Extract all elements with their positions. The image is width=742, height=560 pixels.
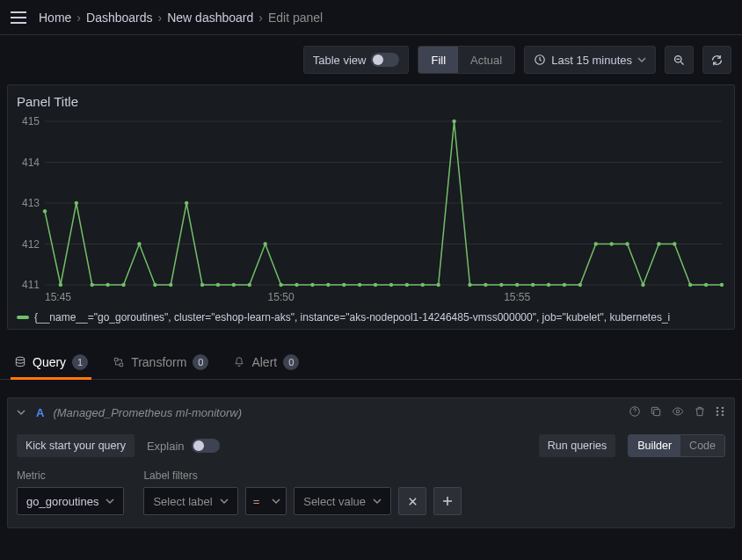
svg-point-53 xyxy=(641,283,644,287)
crumb-edit-panel: Edit panel xyxy=(268,11,323,25)
legend-color-swatch xyxy=(17,316,29,319)
svg-point-58 xyxy=(720,283,724,287)
svg-point-59 xyxy=(16,357,24,360)
tab-alert-count: 0 xyxy=(283,354,299,370)
label-filters-label: Label filters xyxy=(143,469,462,482)
svg-point-15 xyxy=(43,209,47,213)
table-view-label: Table view xyxy=(313,54,367,67)
help-icon xyxy=(629,405,641,418)
svg-point-28 xyxy=(248,283,251,287)
legend-label[interactable]: {__name__="go_goroutines", cluster="esho… xyxy=(34,311,670,324)
collapse-query-toggle[interactable] xyxy=(17,406,25,419)
explain-toggle[interactable] xyxy=(192,439,220,453)
crumb-dashboards[interactable]: Dashboards xyxy=(86,11,153,25)
clock-icon xyxy=(534,54,546,66)
svg-point-43 xyxy=(484,283,487,287)
svg-text:413: 413 xyxy=(22,197,40,209)
svg-point-67 xyxy=(717,414,719,417)
metric-value: go_goroutines xyxy=(26,495,98,508)
svg-point-18 xyxy=(91,283,94,287)
crumb-new-dashboard[interactable]: New dashboard xyxy=(167,11,253,25)
svg-point-56 xyxy=(688,283,692,287)
chevron-down-icon xyxy=(266,495,286,508)
breadcrumb: Home › Dashboards › New dashboard › Edit… xyxy=(39,11,323,25)
svg-point-27 xyxy=(232,283,236,287)
chevron-down-icon xyxy=(637,55,646,64)
kick-start-query-button[interactable]: Kick start your query xyxy=(17,434,135,457)
svg-point-35 xyxy=(358,283,361,287)
run-queries-button[interactable]: Run queries xyxy=(539,434,615,457)
fill-option[interactable]: Fill xyxy=(418,47,458,73)
svg-point-50 xyxy=(594,242,598,245)
legend: {__name__="go_goroutines", cluster="esho… xyxy=(17,311,725,324)
svg-text:412: 412 xyxy=(22,238,40,251)
eye-icon xyxy=(671,405,685,418)
label-name-select[interactable]: Select label xyxy=(143,487,237,515)
menu-toggle[interactable] xyxy=(11,11,26,24)
svg-point-26 xyxy=(216,283,220,287)
label-value-select[interactable]: Select value xyxy=(294,487,391,515)
database-icon xyxy=(14,356,26,368)
svg-point-23 xyxy=(169,283,172,287)
close-icon xyxy=(408,497,418,506)
metric-select[interactable]: go_goroutines xyxy=(17,487,124,515)
line-chart[interactable]: 41141241341441515:4515:5015:55 xyxy=(17,114,727,308)
zoom-out-button[interactable] xyxy=(665,46,694,74)
tab-query-label: Query xyxy=(33,355,66,369)
bell-icon xyxy=(233,356,245,368)
svg-point-34 xyxy=(342,283,346,287)
query-tabs: Query 1 Transform 0 Alert 0 xyxy=(0,340,742,380)
svg-rect-61 xyxy=(654,410,660,416)
trash-icon xyxy=(694,405,706,418)
svg-point-48 xyxy=(563,283,566,287)
tab-alert[interactable]: Alert 0 xyxy=(229,347,302,379)
toggle-query-visibility[interactable] xyxy=(671,405,685,420)
panel-title: Panel Title xyxy=(17,94,725,109)
svg-point-24 xyxy=(185,201,188,205)
tab-query[interactable]: Query 1 xyxy=(11,347,91,379)
svg-point-47 xyxy=(547,283,550,287)
label-value-placeholder: Select value xyxy=(303,495,366,508)
crumb-home[interactable]: Home xyxy=(39,11,71,25)
refresh-button[interactable] xyxy=(702,46,731,74)
plus-icon xyxy=(442,496,453,506)
duplicate-query-button[interactable] xyxy=(650,405,662,420)
explain-label: Explain xyxy=(147,440,185,453)
chevron-down-icon xyxy=(373,497,382,505)
code-mode[interactable]: Code xyxy=(680,435,724,456)
chevron-down-icon xyxy=(17,408,25,417)
tab-transform-label: Transform xyxy=(131,355,186,369)
time-range-label: Last 15 minutes xyxy=(551,54,632,67)
query-ref-id[interactable]: A xyxy=(36,406,44,419)
svg-point-29 xyxy=(263,242,266,245)
chevron-down-icon xyxy=(105,497,114,505)
tab-transform[interactable]: Transform 0 xyxy=(109,347,212,379)
time-range-picker[interactable]: Last 15 minutes xyxy=(524,46,656,74)
svg-point-36 xyxy=(374,283,377,287)
datasource-name[interactable]: (Managed_Prometheus ml-monitorw) xyxy=(53,406,242,419)
svg-point-57 xyxy=(704,283,708,287)
svg-point-33 xyxy=(326,283,330,287)
query-help-button[interactable] xyxy=(629,405,641,420)
svg-point-55 xyxy=(673,242,676,245)
chevron-right-icon: › xyxy=(258,11,263,25)
label-name-placeholder: Select label xyxy=(153,495,212,508)
actual-option[interactable]: Actual xyxy=(458,47,514,73)
tab-alert-label: Alert xyxy=(251,355,277,369)
svg-point-46 xyxy=(531,283,535,287)
drag-query-handle[interactable] xyxy=(715,405,725,420)
svg-point-54 xyxy=(657,242,660,245)
operator-select[interactable]: = xyxy=(245,487,287,515)
svg-text:411: 411 xyxy=(22,279,40,291)
svg-point-32 xyxy=(310,283,314,287)
svg-point-39 xyxy=(421,283,425,287)
zoom-out-icon xyxy=(673,54,686,67)
transform-icon xyxy=(113,356,125,368)
svg-text:414: 414 xyxy=(22,156,40,169)
remove-filter-button[interactable] xyxy=(398,487,426,515)
delete-query-button[interactable] xyxy=(694,405,706,420)
table-view-toggle[interactable]: Table view xyxy=(303,46,410,74)
add-filter-button[interactable] xyxy=(433,487,462,515)
builder-mode[interactable]: Builder xyxy=(629,435,680,456)
chart-panel: Panel Title 41141241341441515:4515:5015:… xyxy=(7,84,735,330)
